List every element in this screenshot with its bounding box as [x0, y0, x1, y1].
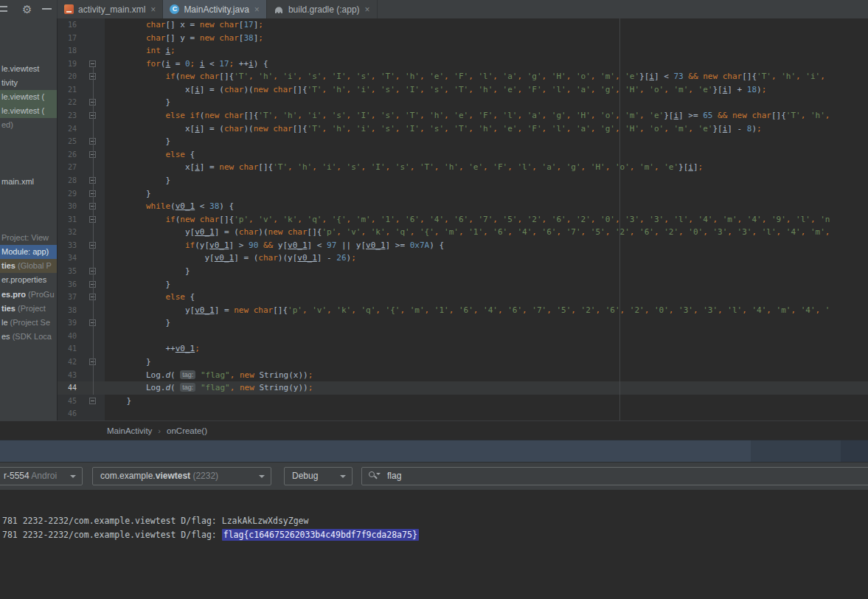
line-number[interactable]: 30 — [58, 200, 77, 213]
code-line[interactable]: 42 } — [58, 356, 868, 369]
line-number[interactable]: 18 — [58, 44, 77, 58]
line-number[interactable]: 37 — [58, 291, 77, 304]
line-number[interactable]: 40 — [58, 330, 77, 343]
code-line[interactable]: 34 y[v0_1] = (char)(y[v0_1] - 26); — [58, 252, 868, 265]
code-line[interactable]: 18 int i; — [58, 44, 868, 58]
code-line[interactable]: 36 } — [58, 278, 868, 291]
line-number[interactable]: 32 — [58, 226, 77, 239]
sort-icon[interactable] — [0, 4, 10, 14]
line-number[interactable]: 25 — [58, 135, 77, 148]
code-line[interactable]: 29 } — [58, 187, 868, 201]
sidebar-item[interactable]: le.viewtest ( — [0, 90, 58, 104]
sidebar-item[interactable]: er.properties — [0, 273, 58, 287]
tab-activity-main-xml[interactable]: activity_main.xml × — [58, 0, 163, 18]
code-line[interactable]: 38 y[v0_1] = new char[]{'p', 'v', 'k', '… — [58, 304, 868, 317]
sidebar-item[interactable]: ties (Project — [0, 302, 58, 316]
code-line[interactable]: 24 x[i] = (char)(new char[]{'T', 'h', 'i… — [58, 122, 868, 136]
close-icon[interactable]: × — [365, 5, 370, 14]
line-number[interactable]: 21 — [58, 83, 77, 97]
line-number[interactable]: 44 — [58, 381, 77, 395]
tab-build-gradle[interactable]: build.gradle (:app) × — [267, 0, 378, 18]
sidebar-item[interactable]: ed) — [0, 118, 58, 132]
code-line[interactable]: 20 if(new char[]{'T', 'h', 'i', 's', 'I'… — [58, 70, 868, 83]
code-line[interactable]: 44 Log.d( tag: "flag", new String(y)); — [58, 381, 868, 395]
logcat-selected-text[interactable]: flag{c164675262033b4c49bdf7f9cda28a75} — [222, 529, 419, 541]
code-line[interactable]: 40 — [58, 330, 868, 343]
line-number[interactable]: 23 — [58, 109, 77, 122]
logcat-line[interactable]: 781 2232-2232/com.example.viewtest D/fla… — [2, 528, 868, 542]
code-line[interactable]: 27 x[i] = new char[]{'T', 'h', 'i', 's',… — [58, 161, 868, 174]
code-line[interactable]: 33 if(y[v0_1] > 90 && y[v0_1] < 97 || y[… — [58, 239, 868, 252]
line-number[interactable]: 45 — [58, 395, 77, 408]
logcat-search-input[interactable]: flag — [361, 467, 868, 485]
line-number[interactable]: 34 — [58, 252, 77, 265]
device-selector[interactable]: r-5554 Androi — [0, 467, 83, 485]
code-line[interactable]: 16 char[] x = new char[17]; — [58, 18, 868, 32]
tool-window-header[interactable] — [0, 440, 868, 463]
sidebar-item[interactable]: tivity — [0, 76, 58, 90]
logcat-line[interactable]: 781 2232-2232/com.example.viewtest D/fla… — [2, 514, 868, 528]
code-line[interactable]: 46 — [58, 407, 868, 420]
line-number[interactable]: 39 — [58, 316, 77, 330]
sidebar-item[interactable]: Project: View — [0, 231, 58, 245]
log-level-selector[interactable]: Debug — [284, 467, 353, 485]
code-line[interactable]: 26 else { — [58, 148, 868, 162]
logcat-console[interactable]: 781 2232-2232/com.example.viewtest D/fla… — [0, 490, 868, 599]
code-line[interactable]: 23 else if(new char[]{'T', 'h', 'i', 's'… — [58, 109, 868, 122]
line-number[interactable]: 42 — [58, 356, 77, 369]
code-line[interactable]: 28 } — [58, 174, 868, 187]
code-line[interactable]: 22 } — [58, 96, 868, 109]
sidebar-item[interactable]: Module: app) — [0, 245, 58, 259]
line-number[interactable]: 19 — [58, 58, 77, 71]
hide-panel-icon[interactable] — [42, 8, 52, 10]
line-number[interactable]: 31 — [58, 213, 77, 226]
sidebar-item[interactable]: le.viewtest ( — [0, 104, 58, 118]
line-number[interactable]: 16 — [58, 18, 77, 32]
code-line[interactable]: 19 for(i = 0; i < 17; ++i) { — [58, 58, 868, 71]
code-line[interactable]: 45 } — [58, 395, 868, 408]
close-icon[interactable]: × — [254, 5, 260, 14]
gear-icon[interactable]: ⚙ — [22, 1, 32, 18]
line-number[interactable]: 29 — [58, 187, 77, 201]
line-number[interactable]: 22 — [58, 96, 77, 109]
sidebar-item[interactable]: ties (Global P — [0, 259, 58, 273]
line-number[interactable]: 33 — [58, 239, 77, 252]
line-number[interactable]: 28 — [58, 174, 77, 187]
line-number[interactable]: 17 — [58, 32, 77, 45]
project-panel[interactable]: le.viewtesttivityle.viewtest (le.viewtes… — [0, 18, 58, 420]
line-number[interactable]: 24 — [58, 122, 77, 136]
sidebar-item[interactable]: main.xml — [0, 175, 58, 189]
sidebar-item[interactable]: es.pro (ProGu — [0, 288, 58, 302]
breadcrumb-class[interactable]: MainActivity — [107, 426, 152, 435]
code-line[interactable]: 43 Log.d( tag: "flag", new String(x)); — [58, 369, 868, 382]
code-line[interactable]: 21 x[i] = (char)(new char[]{'T', 'h', 'i… — [58, 83, 868, 97]
line-number[interactable]: 46 — [58, 407, 77, 420]
sidebar-item[interactable]: le.viewtest — [0, 62, 58, 76]
code-line[interactable]: 37 else { — [58, 291, 868, 304]
code-line[interactable]: 35 } — [58, 265, 868, 278]
sidebar-item[interactable]: le (Project Se — [0, 316, 58, 330]
breadcrumb-method[interactable]: onCreate() — [167, 426, 207, 435]
search-icon[interactable] — [369, 471, 379, 482]
code-line[interactable]: 31 if(new char[]{'p', 'v', 'k', 'q', '{'… — [58, 213, 868, 226]
fold-open-icon[interactable] — [89, 60, 96, 67]
close-icon[interactable]: × — [150, 5, 156, 14]
line-number[interactable]: 36 — [58, 278, 77, 291]
code-line[interactable]: 32 y[v0_1] = (char)(new char[]{'p', 'v',… — [58, 226, 868, 239]
code-line[interactable]: 30 while(v0_1 < 38) { — [58, 200, 868, 213]
code-line[interactable]: 41 ++v0_1; — [58, 342, 868, 356]
line-number[interactable]: 35 — [58, 265, 77, 278]
code-line[interactable]: 39 } — [58, 316, 868, 330]
tab-mainactivity-java[interactable]: C MainActivity.java × — [163, 0, 267, 18]
code-editor[interactable]: 16 char[] x = new char[17];17 char[] y =… — [58, 18, 868, 420]
fold-close-icon[interactable] — [89, 398, 96, 404]
sidebar-item[interactable]: es (SDK Loca — [0, 330, 58, 344]
line-number[interactable]: 26 — [58, 148, 77, 162]
line-number[interactable]: 41 — [58, 342, 77, 356]
line-number[interactable]: 20 — [58, 70, 77, 83]
line-number[interactable]: 43 — [58, 369, 77, 382]
code-line[interactable]: 17 char[] y = new char[38]; — [58, 32, 868, 45]
line-number[interactable]: 38 — [58, 304, 77, 317]
line-number[interactable]: 27 — [58, 161, 77, 174]
code-line[interactable]: 25 } — [58, 135, 868, 148]
